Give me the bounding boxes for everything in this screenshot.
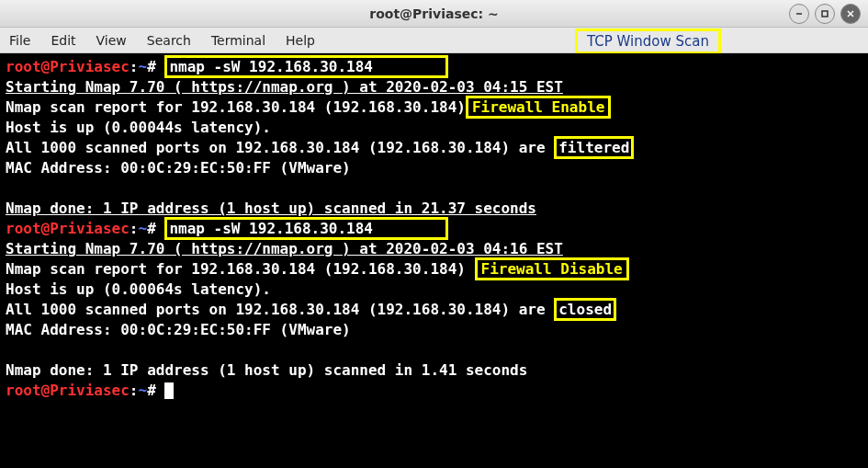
output-ports-1-pre: All 1000 scanned ports on 192.168.30.184…: [6, 139, 554, 156]
menu-edit[interactable]: Edit: [51, 33, 75, 48]
prompt-colon-2: :: [130, 220, 139, 237]
prompt-colon: :: [130, 58, 139, 75]
prompt-user-host-3: root@Priviasec: [6, 382, 130, 399]
terminal-body[interactable]: root@Priviasec:~# nmap -sW 192.168.30.18…: [0, 53, 868, 468]
output-report-1: Nmap scan report for 192.168.30.184 (192…: [6, 98, 466, 116]
menu-terminal[interactable]: Terminal: [211, 33, 265, 48]
menu-search[interactable]: Search: [147, 33, 191, 48]
annotation-filtered: filtered: [554, 136, 634, 159]
output-host-1: Host is up (0.00044s latency).: [6, 119, 271, 136]
minimize-button[interactable]: [789, 4, 809, 24]
prompt-hash-2: #: [147, 220, 156, 237]
command-1-box: nmap -sW 192.168.30.184: [164, 55, 448, 78]
prompt-path-2: ~: [139, 220, 148, 237]
prompt-colon-3: :: [130, 382, 139, 399]
command-2: nmap -sW 192.168.30.184: [169, 220, 373, 237]
output-starting-1: Starting Nmap 7.70 ( https://nmap.org ) …: [6, 78, 563, 96]
output-host-2: Host is up (0.00064s latency).: [6, 280, 271, 298]
command-2-box: nmap -sW 192.168.30.184: [164, 217, 448, 240]
output-mac-2: MAC Address: 00:0C:29:EC:50:FF (VMware): [6, 321, 351, 338]
annotation-closed: closed: [554, 298, 616, 321]
window-title: root@Priviasec: ~: [369, 6, 499, 21]
prompt-path-3: ~: [139, 382, 148, 399]
command-1: nmap -sW 192.168.30.184: [169, 58, 373, 75]
menu-view[interactable]: View: [96, 33, 127, 48]
output-starting-2: Starting Nmap 7.70 ( https://nmap.org ) …: [6, 240, 563, 257]
menu-help[interactable]: Help: [286, 33, 315, 48]
prompt-hash: #: [147, 58, 156, 75]
prompt-hash-3: #: [147, 382, 156, 399]
annotation-firewall-enable: Firewall Enable: [466, 96, 612, 119]
cursor: [164, 382, 174, 399]
titlebar: root@Priviasec: ~: [0, 0, 868, 28]
output-done-1: Nmap done: 1 IP address (1 host up) scan…: [6, 200, 536, 217]
prompt-user-host-2: root@Priviasec: [6, 220, 130, 237]
menu-file[interactable]: File: [9, 33, 30, 48]
output-ports-2-pre: All 1000 scanned ports on 192.168.30.184…: [6, 301, 554, 318]
window-controls: [789, 4, 861, 24]
annotation-firewall-disable: Firewall Disable: [475, 257, 629, 280]
svg-rect-1: [822, 11, 828, 17]
maximize-button[interactable]: [815, 4, 835, 24]
output-report-2-pre: Nmap scan report for 192.168.30.184 (192…: [6, 260, 475, 278]
prompt-path: ~: [139, 58, 148, 75]
menubar: File Edit View Search Terminal Help TCP …: [0, 28, 868, 53]
close-button[interactable]: [840, 4, 861, 24]
prompt-user-host: root@Priviasec: [6, 58, 130, 75]
annotation-scan-type: TCP Window Scan: [575, 29, 721, 54]
output-mac-1: MAC Address: 00:0C:29:EC:50:FF (VMware): [6, 159, 351, 177]
output-done-2: Nmap done: 1 IP address (1 host up) scan…: [6, 361, 527, 379]
